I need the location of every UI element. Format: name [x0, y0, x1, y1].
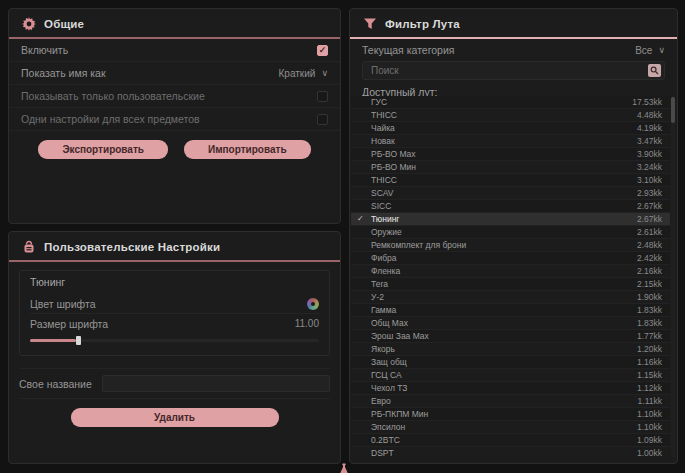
font-size-row: Размер шрифта 11.00	[30, 314, 319, 333]
selected-item-group: Тюнинг Цвет шрифта Размер шрифта 11.00	[19, 270, 330, 356]
color-palette-icon[interactable]	[307, 298, 319, 310]
loot-list-item[interactable]: РБ-ВО Мах3.90kk	[351, 148, 670, 161]
loot-item-name: Гамма	[371, 305, 637, 315]
general-panel-header: Общие	[9, 9, 340, 37]
loot-item-name: ГУС	[371, 97, 632, 107]
loot-list-item[interactable]: Фленка2.16kk	[351, 265, 670, 278]
loot-item-value: 2.15kk	[637, 279, 662, 289]
loot-item-value: 3.24kk	[637, 162, 662, 172]
loot-item-name: Новак	[371, 136, 637, 146]
loot-item-value: 1.90kk	[637, 292, 662, 302]
setting-label: Показывать только пользовательские	[21, 90, 205, 102]
name-mode-dropdown[interactable]: Краткий∨	[279, 68, 328, 79]
loot-item-name: РБ-ПКПМ Мин	[371, 409, 637, 419]
font-color-label: Цвет шрифта	[30, 298, 96, 310]
loot-list-item[interactable]: Чайка4.19kk	[351, 122, 670, 135]
loot-item-value: 1.83kk	[637, 318, 662, 328]
loot-list-item[interactable]: Оружие2.61kk	[351, 226, 670, 239]
loot-list-item[interactable]: Чехол ТЗ1.12kk	[351, 382, 670, 395]
loot-item-value: 1.10kk	[637, 409, 662, 419]
general-setting-row: Одни настройки для всех предметов	[9, 108, 340, 131]
loot-list-item[interactable]: SICC2.67kk	[351, 200, 670, 213]
loot-list-item[interactable]: Якорь1.20kk	[351, 343, 670, 356]
import-button[interactable]: Импортировать	[184, 140, 311, 159]
backpack-icon	[21, 239, 36, 254]
collapse-handle-icon[interactable]	[338, 461, 350, 473]
loot-item-value: 2.93kk	[637, 188, 662, 198]
loot-list-item[interactable]: THICC4.48kk	[351, 109, 670, 122]
loot-item-name: Оружие	[371, 227, 637, 237]
general-setting-row: Включить✓	[9, 39, 340, 62]
delete-button[interactable]: Удалить	[71, 408, 279, 427]
setting-checkbox[interactable]: ✓	[317, 45, 328, 56]
loot-list-item[interactable]: Гамма1.83kk	[351, 304, 670, 317]
category-dropdown-value: Все	[635, 45, 652, 56]
loot-list-item[interactable]: SCAV2.93kk	[351, 187, 670, 200]
loot-item-name: Евро	[371, 396, 638, 406]
search-box	[362, 61, 665, 80]
loot-item-value: 1.20kk	[637, 344, 662, 354]
loot-item-name: Ремкомплект для брони	[371, 240, 637, 250]
loot-item-name: 0.2BTC	[371, 435, 637, 445]
loot-list-item[interactable]: Новак3.47kk	[351, 135, 670, 148]
loot-list-scrollbar-track[interactable]	[671, 96, 675, 458]
loot-list-item[interactable]: Общ Мах1.83kk	[351, 317, 670, 330]
setting-label: Включить	[21, 44, 68, 56]
font-size-slider[interactable]	[30, 335, 319, 345]
current-category-row: Текущая категория Все ∨	[350, 39, 677, 61]
loot-item-value: 2.67kk	[637, 201, 662, 211]
loot-item-value: 2.48kk	[637, 240, 662, 250]
loot-list-item[interactable]: Защ общ1.16kk	[351, 356, 670, 369]
loot-item-value: 3.47kk	[637, 136, 662, 146]
loot-item-value: 2.16kk	[637, 266, 662, 276]
custom-name-input[interactable]	[102, 375, 330, 392]
font-size-label: Размер шрифта	[30, 318, 108, 330]
general-panel-title: Общие	[44, 18, 84, 30]
setting-checkbox[interactable]	[317, 114, 328, 125]
loot-item-name: Общ Мах	[371, 318, 637, 328]
slider-thumb[interactable]	[76, 336, 81, 345]
loot-list-item[interactable]: РБ-ВО Мин3.24kk	[351, 161, 670, 174]
loot-item-value: 3.90kk	[637, 149, 662, 159]
search-icon[interactable]	[648, 64, 661, 77]
loot-list-scrollbar-thumb[interactable]	[671, 97, 675, 123]
loot-list-item[interactable]: ГУС17.53kk	[351, 96, 670, 109]
chevron-down-icon: ∨	[321, 68, 328, 78]
export-button[interactable]: Экспортировать	[38, 140, 168, 159]
search-input[interactable]	[369, 64, 648, 77]
category-dropdown[interactable]: Все ∨	[635, 45, 665, 56]
loot-item-name: Фибра	[371, 253, 637, 263]
loot-list-item[interactable]: THICC3.10kk	[351, 174, 670, 187]
loot-list-item[interactable]: ✓Тюнинг2.67kk	[351, 213, 670, 226]
loot-list: ГУС17.53kkTHICC4.48kkЧайка4.19kkНовак3.4…	[351, 96, 670, 459]
loot-item-value: 1.83kk	[637, 305, 662, 315]
loot-list-item[interactable]: Ремкомплект для брони2.48kk	[351, 239, 670, 252]
loot-item-name: Эпсилон	[371, 422, 637, 432]
loot-list-item[interactable]: Эрош Заа Мах1.77kk	[351, 330, 670, 343]
general-panel: Общие Включить✓Показать имя какКраткий∨П…	[8, 8, 341, 224]
name-mode-dropdown-value: Краткий	[279, 68, 316, 79]
general-setting-row: Показывать только пользовательские	[9, 85, 340, 108]
loot-item-value: 17.53kk	[632, 97, 662, 107]
loot-list-item[interactable]: РБ-ПКПМ Мин1.10kk	[351, 408, 670, 421]
loot-item-value: 4.19kk	[637, 123, 662, 133]
loot-list-item[interactable]: 0.2BTC1.09kk	[351, 434, 670, 447]
loot-item-name: Чехол ТЗ	[371, 383, 637, 393]
font-size-value: 11.00	[295, 318, 319, 329]
loot-list-item[interactable]: Евро1.11kk	[351, 395, 670, 408]
loot-list-item[interactable]: У-21.90kk	[351, 291, 670, 304]
loot-item-value: 2.42kk	[637, 253, 662, 263]
loot-item-value: 1.09kk	[637, 435, 662, 445]
user-settings-divider	[9, 260, 340, 262]
loot-list-item[interactable]: Фибра2.42kk	[351, 252, 670, 265]
loot-item-name: THICC	[371, 175, 637, 185]
loot-item-value: 1.77kk	[637, 331, 662, 341]
loot-item-value: 2.61kk	[637, 227, 662, 237]
loot-list-item[interactable]: ГСЦ СА1.15kk	[351, 369, 670, 382]
user-settings-panel: Пользовательские Настройки Тюнинг Цвет ш…	[8, 231, 341, 464]
loot-list-item[interactable]: DSPT1.00kk	[351, 447, 670, 459]
loot-item-value: 1.16kk	[637, 357, 662, 367]
loot-list-item[interactable]: Тега2.15kk	[351, 278, 670, 291]
setting-checkbox[interactable]	[317, 91, 328, 102]
loot-list-item[interactable]: Эпсилон1.10kk	[351, 421, 670, 434]
